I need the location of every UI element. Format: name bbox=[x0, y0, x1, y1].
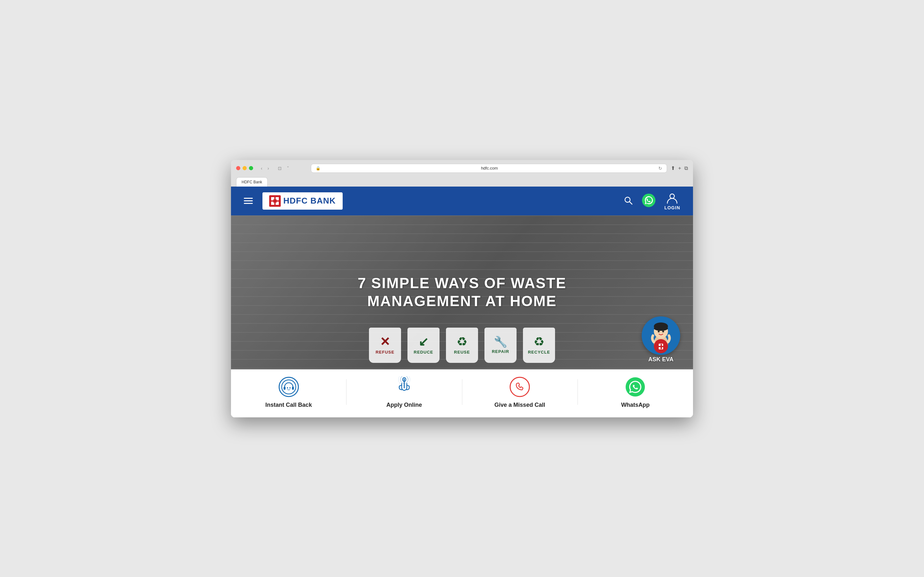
share-button[interactable]: ⬆ bbox=[671, 165, 675, 171]
svg-point-17 bbox=[658, 330, 660, 332]
svg-rect-4 bbox=[273, 199, 276, 203]
hamburger-line-2 bbox=[244, 200, 253, 201]
tabs-button[interactable]: ⧉ bbox=[684, 165, 688, 171]
waste-item-refuse: ✕ REFUSE bbox=[369, 327, 401, 363]
svg-point-8 bbox=[670, 194, 674, 198]
svg-rect-13 bbox=[661, 344, 662, 349]
browser-tabs: HDFC Bank bbox=[236, 177, 688, 187]
svg-point-24 bbox=[289, 387, 291, 388]
new-tab-button[interactable]: + bbox=[678, 165, 681, 171]
svg-point-20 bbox=[282, 380, 296, 394]
back-button[interactable]: ‹ bbox=[260, 165, 264, 171]
waste-mug-repair: 🔧 REPAIR bbox=[485, 327, 517, 363]
sidebar-chevron[interactable]: ˅ bbox=[286, 165, 290, 171]
minimize-dot[interactable] bbox=[242, 166, 247, 170]
svg-point-16 bbox=[654, 326, 668, 331]
browser-chrome: ‹ › ⊡ ˅ 🔒 hdfc.com ↻ ⬆ + ⧉ HDFC Bank bbox=[231, 160, 693, 187]
lock-icon: 🔒 bbox=[316, 166, 320, 171]
hero-section: 7 SIMPLE WAYS OF WASTE MANAGEMENT AT HOM… bbox=[231, 215, 693, 369]
svg-rect-22 bbox=[292, 387, 294, 390]
apply-online-item[interactable]: Apply Online bbox=[347, 376, 462, 408]
instant-callback-item[interactable]: Instant Call Back bbox=[231, 376, 346, 408]
whatsapp-item[interactable]: WhatsApp bbox=[578, 376, 693, 408]
whatsapp-icon-wrap bbox=[624, 376, 646, 398]
instant-callback-icon-wrap bbox=[278, 376, 300, 398]
browser-controls: ‹ › bbox=[260, 165, 270, 171]
search-button[interactable] bbox=[624, 195, 633, 206]
apply-online-label: Apply Online bbox=[386, 402, 422, 408]
refresh-icon[interactable]: ↻ bbox=[658, 166, 662, 171]
svg-point-18 bbox=[662, 330, 664, 332]
site-header: HDFC BANK bbox=[231, 187, 693, 215]
waste-mug-recycle: ♻ RECYCLE bbox=[523, 327, 555, 363]
bottom-bar: Instant Call Back bbox=[231, 369, 693, 417]
address-text: hdfc.com bbox=[323, 166, 656, 171]
whatsapp-label: WhatsApp bbox=[621, 402, 650, 408]
login-label: LOGIN bbox=[664, 205, 680, 210]
svg-point-7 bbox=[642, 193, 656, 207]
hamburger-line-1 bbox=[244, 198, 253, 199]
logo-text: HDFC BANK bbox=[283, 196, 336, 206]
waste-mug-reduce: ↙ REDUCE bbox=[407, 327, 439, 363]
hero-title: 7 SIMPLE WAYS OF WASTE MANAGEMENT AT HOM… bbox=[358, 274, 567, 309]
svg-rect-21 bbox=[284, 387, 286, 390]
browser-dots bbox=[236, 166, 253, 170]
hero-content: 7 SIMPLE WAYS OF WASTE MANAGEMENT AT HOM… bbox=[358, 274, 567, 309]
address-bar[interactable]: 🔒 hdfc.com ↻ bbox=[311, 164, 667, 173]
waste-mug-refuse: ✕ REFUSE bbox=[369, 327, 401, 363]
browser-titlebar: ‹ › ⊡ ˅ 🔒 hdfc.com ↻ ⬆ + ⧉ bbox=[236, 164, 688, 173]
logo-container[interactable]: HDFC BANK bbox=[262, 192, 342, 210]
waste-item-recycle: ♻ RECYCLE bbox=[523, 327, 555, 363]
waste-item-reuse: ♻ REUSE bbox=[446, 327, 478, 363]
eva-circle bbox=[642, 316, 680, 355]
instant-callback-label: Instant Call Back bbox=[265, 402, 312, 408]
whatsapp-header-button[interactable] bbox=[642, 193, 656, 208]
waste-item-repair: 🔧 REPAIR bbox=[485, 327, 517, 363]
missed-call-item[interactable]: Give a Missed Call bbox=[462, 376, 577, 408]
login-button[interactable]: LOGIN bbox=[664, 192, 680, 210]
waste-item-reduce: ↙ REDUCE bbox=[407, 327, 439, 363]
fullscreen-dot[interactable] bbox=[249, 166, 253, 170]
forward-button[interactable]: › bbox=[266, 165, 270, 171]
waste-icons-row: ✕ REFUSE ↙ REDUCE ♻ REUSE bbox=[369, 327, 555, 363]
hamburger-menu[interactable] bbox=[244, 198, 253, 204]
svg-line-6 bbox=[630, 201, 632, 204]
sidebar-toggle: ⊡ ˅ bbox=[276, 165, 290, 171]
apply-online-icon-wrap bbox=[393, 376, 415, 398]
svg-point-23 bbox=[287, 387, 288, 388]
waste-mug-reuse: ♻ REUSE bbox=[446, 327, 478, 363]
ask-eva-bubble[interactable]: ASK EVA bbox=[642, 316, 680, 363]
close-dot[interactable] bbox=[236, 166, 240, 170]
missed-call-icon-wrap bbox=[509, 376, 531, 398]
active-tab[interactable]: HDFC Bank bbox=[236, 177, 268, 187]
header-left: HDFC BANK bbox=[244, 192, 342, 210]
page-content: HDFC BANK bbox=[231, 187, 693, 417]
missed-call-label: Give a Missed Call bbox=[494, 402, 545, 408]
sidebar-button[interactable]: ⊡ bbox=[276, 165, 283, 171]
header-right: LOGIN bbox=[624, 192, 680, 210]
ask-eva-label: ASK EVA bbox=[648, 356, 674, 363]
hamburger-line-3 bbox=[244, 203, 253, 204]
svg-point-29 bbox=[626, 377, 645, 396]
browser-action-buttons: ⬆ + ⧉ bbox=[671, 165, 688, 171]
browser-window: ‹ › ⊡ ˅ 🔒 hdfc.com ↻ ⬆ + ⧉ HDFC Bank bbox=[231, 160, 693, 417]
logo-icon bbox=[269, 195, 281, 207]
